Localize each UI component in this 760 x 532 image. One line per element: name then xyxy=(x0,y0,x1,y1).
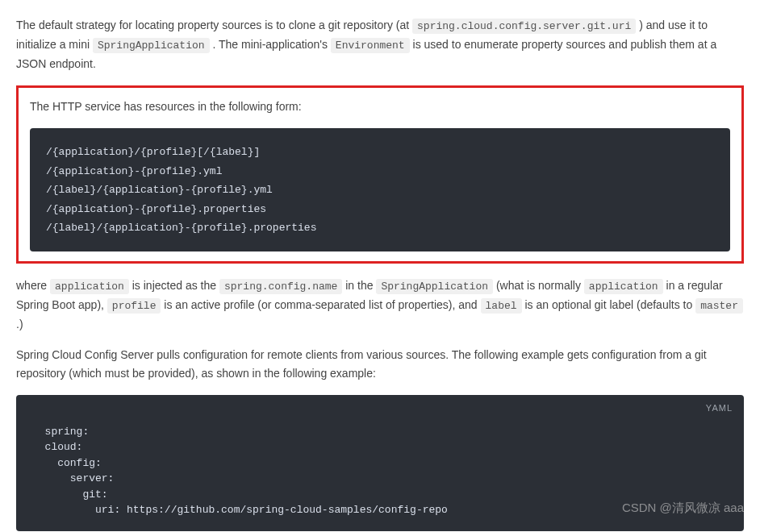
code-profile: profile xyxy=(107,298,161,314)
yaml-badge: YAML xyxy=(706,401,733,415)
paragraph-intro: The default strategy for locating proper… xyxy=(16,16,744,73)
code-block-endpoints: /{application}/{profile}[/{label}] /{app… xyxy=(30,128,730,251)
paragraph-config-server: Spring Cloud Config Server pulls configu… xyxy=(16,346,744,382)
code-spring-config-name: spring.config.name xyxy=(219,279,342,294)
code-environment: Environment xyxy=(331,38,410,53)
text: is injected as the xyxy=(132,279,219,292)
text: in the xyxy=(345,279,376,292)
yaml-content: spring: cloud: config: server: git: uri:… xyxy=(32,426,448,517)
text: is an optional git label (defaults to xyxy=(524,298,695,311)
text: .) xyxy=(16,318,23,330)
code-line: /{application}-{profile}.yml xyxy=(46,162,714,181)
code-line: /{application}-{profile}.properties xyxy=(46,200,714,218)
code-spring-application: SpringApplication xyxy=(376,279,493,294)
text: where xyxy=(16,279,50,292)
code-label: label xyxy=(481,298,522,314)
code-master: master xyxy=(695,298,743,314)
text: (what is normally xyxy=(496,279,584,292)
code-git-uri: spring.cloud.config.server.git.uri xyxy=(412,19,636,34)
code-spring-application: SpringApplication xyxy=(93,38,210,53)
code-application: application xyxy=(584,279,663,294)
text: is an active profile (or comma-separated… xyxy=(164,298,480,311)
code-line: /{label}/{application}-{profile}.propert… xyxy=(46,218,714,237)
text: . The mini-application's xyxy=(212,38,330,51)
http-intro: The HTTP service has resources in the fo… xyxy=(19,98,741,115)
text: The default strategy for locating proper… xyxy=(16,19,412,31)
paragraph-where: where application is injected as the spr… xyxy=(16,276,744,333)
code-block-yaml: YAMLspring: cloud: config: server: git: … xyxy=(16,395,744,531)
highlighted-section: The HTTP service has resources in the fo… xyxy=(16,85,744,264)
code-line: /{label}/{application}-{profile}.yml xyxy=(46,181,714,199)
code-application: application xyxy=(50,279,129,294)
code-line: /{application}/{profile}[/{label}] xyxy=(46,143,714,161)
